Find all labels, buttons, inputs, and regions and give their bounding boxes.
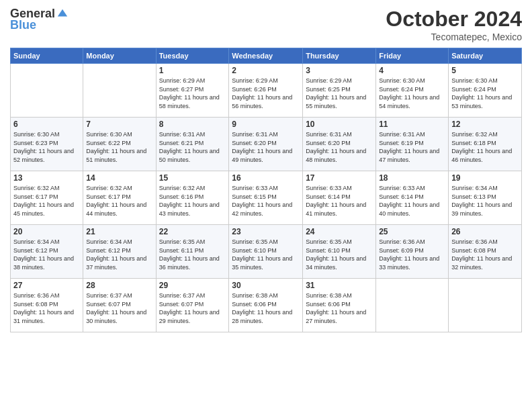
calendar-cell: 29Sunrise: 6:37 AM Sunset: 6:07 PM Dayli… — [156, 279, 229, 332]
day-info: Sunrise: 6:31 AM Sunset: 6:21 PM Dayligh… — [159, 130, 226, 164]
calendar-week-row: 27Sunrise: 6:36 AM Sunset: 6:08 PM Dayli… — [11, 279, 522, 332]
calendar-cell: 14Sunrise: 6:32 AM Sunset: 6:17 PM Dayli… — [83, 171, 156, 225]
calendar-cell: 11Sunrise: 6:31 AM Sunset: 6:19 PM Dayli… — [376, 118, 449, 171]
day-number: 6 — [13, 120, 80, 129]
day-number: 9 — [232, 120, 300, 129]
day-info: Sunrise: 6:34 AM Sunset: 6:12 PM Dayligh… — [13, 238, 80, 271]
day-info: Sunrise: 6:30 AM Sunset: 6:23 PM Dayligh… — [13, 130, 80, 164]
calendar-cell: 21Sunrise: 6:34 AM Sunset: 6:12 PM Dayli… — [83, 225, 156, 279]
day-number: 7 — [86, 120, 152, 129]
day-info: Sunrise: 6:31 AM Sunset: 6:20 PM Dayligh… — [306, 130, 373, 164]
calendar-cell: 25Sunrise: 6:36 AM Sunset: 6:09 PM Dayli… — [376, 225, 449, 279]
day-info: Sunrise: 6:29 AM Sunset: 6:26 PM Dayligh… — [232, 77, 300, 110]
day-number: 23 — [232, 227, 300, 236]
day-info: Sunrise: 6:34 AM Sunset: 6:12 PM Dayligh… — [86, 238, 152, 271]
weekday-header-friday: Friday — [376, 48, 449, 64]
day-info: Sunrise: 6:35 AM Sunset: 6:10 PM Dayligh… — [306, 238, 373, 271]
weekday-header-monday: Monday — [83, 48, 156, 64]
day-number: 25 — [379, 227, 445, 236]
calendar-cell — [449, 279, 522, 332]
header: General Blue October 2024 Tecomatepec, M… — [10, 7, 522, 42]
calendar-cell: 24Sunrise: 6:35 AM Sunset: 6:10 PM Dayli… — [303, 225, 376, 279]
day-number: 27 — [13, 281, 80, 290]
day-number: 29 — [159, 281, 226, 290]
day-number: 17 — [306, 173, 373, 183]
calendar-cell: 27Sunrise: 6:36 AM Sunset: 6:08 PM Dayli… — [11, 279, 83, 332]
calendar-week-row: 20Sunrise: 6:34 AM Sunset: 6:12 PM Dayli… — [11, 225, 522, 279]
day-number: 11 — [379, 120, 445, 129]
day-number: 3 — [306, 66, 373, 75]
calendar-cell: 12Sunrise: 6:32 AM Sunset: 6:18 PM Dayli… — [449, 118, 522, 171]
calendar-cell: 22Sunrise: 6:35 AM Sunset: 6:11 PM Dayli… — [156, 225, 229, 279]
logo-area: General Blue — [10, 7, 69, 32]
calendar-cell: 8Sunrise: 6:31 AM Sunset: 6:21 PM Daylig… — [156, 118, 229, 171]
day-info: Sunrise: 6:34 AM Sunset: 6:13 PM Dayligh… — [451, 184, 519, 218]
day-number: 28 — [86, 281, 152, 290]
day-info: Sunrise: 6:38 AM Sunset: 6:06 PM Dayligh… — [232, 291, 300, 325]
calendar-cell: 3Sunrise: 6:29 AM Sunset: 6:25 PM Daylig… — [303, 64, 376, 118]
day-number: 1 — [159, 66, 226, 75]
day-info: Sunrise: 6:35 AM Sunset: 6:10 PM Dayligh… — [232, 238, 300, 271]
day-info: Sunrise: 6:31 AM Sunset: 6:20 PM Dayligh… — [232, 130, 300, 164]
day-info: Sunrise: 6:33 AM Sunset: 6:15 PM Dayligh… — [232, 184, 300, 218]
day-info: Sunrise: 6:37 AM Sunset: 6:07 PM Dayligh… — [86, 291, 152, 325]
day-number: 10 — [306, 120, 373, 129]
weekday-header-sunday: Sunday — [11, 48, 83, 64]
weekday-header-wednesday: Wednesday — [229, 48, 303, 64]
calendar-table: SundayMondayTuesdayWednesdayThursdayFrid… — [10, 48, 522, 332]
calendar-cell: 16Sunrise: 6:33 AM Sunset: 6:15 PM Dayli… — [229, 171, 303, 225]
calendar-cell: 30Sunrise: 6:38 AM Sunset: 6:06 PM Dayli… — [229, 279, 303, 332]
calendar-cell: 4Sunrise: 6:30 AM Sunset: 6:24 PM Daylig… — [376, 64, 449, 118]
calendar-cell: 5Sunrise: 6:30 AM Sunset: 6:24 PM Daylig… — [449, 64, 522, 118]
day-info: Sunrise: 6:33 AM Sunset: 6:14 PM Dayligh… — [379, 184, 445, 218]
day-info: Sunrise: 6:30 AM Sunset: 6:24 PM Dayligh… — [379, 77, 445, 110]
day-info: Sunrise: 6:35 AM Sunset: 6:11 PM Dayligh… — [159, 238, 226, 271]
day-info: Sunrise: 6:38 AM Sunset: 6:06 PM Dayligh… — [306, 291, 373, 325]
weekday-header-row: SundayMondayTuesdayWednesdayThursdayFrid… — [11, 48, 522, 64]
calendar-cell — [11, 64, 83, 118]
day-info: Sunrise: 6:36 AM Sunset: 6:08 PM Dayligh… — [13, 291, 80, 325]
calendar-cell — [83, 64, 156, 118]
day-number: 18 — [379, 173, 445, 183]
day-number: 2 — [232, 66, 300, 75]
day-info: Sunrise: 6:32 AM Sunset: 6:17 PM Dayligh… — [86, 184, 152, 218]
day-number: 15 — [159, 173, 226, 183]
calendar-cell: 23Sunrise: 6:35 AM Sunset: 6:10 PM Dayli… — [229, 225, 303, 279]
day-info: Sunrise: 6:29 AM Sunset: 6:27 PM Dayligh… — [159, 77, 226, 110]
calendar-cell: 7Sunrise: 6:30 AM Sunset: 6:22 PM Daylig… — [83, 118, 156, 171]
day-number: 31 — [306, 281, 373, 290]
location-subtitle: Tecomatepec, Mexico — [386, 32, 522, 42]
day-info: Sunrise: 6:32 AM Sunset: 6:18 PM Dayligh… — [451, 130, 519, 164]
day-number: 14 — [86, 173, 152, 183]
day-number: 8 — [159, 120, 226, 129]
day-number: 12 — [451, 120, 519, 129]
day-info: Sunrise: 6:31 AM Sunset: 6:19 PM Dayligh… — [379, 130, 445, 164]
weekday-header-tuesday: Tuesday — [156, 48, 229, 64]
day-info: Sunrise: 6:32 AM Sunset: 6:17 PM Dayligh… — [13, 184, 80, 218]
calendar-cell: 2Sunrise: 6:29 AM Sunset: 6:26 PM Daylig… — [229, 64, 303, 118]
title-area: October 2024 Tecomatepec, Mexico — [386, 7, 522, 42]
svg-marker-0 — [58, 9, 67, 16]
day-number: 4 — [379, 66, 445, 75]
day-info: Sunrise: 6:32 AM Sunset: 6:16 PM Dayligh… — [159, 184, 226, 218]
calendar-cell: 19Sunrise: 6:34 AM Sunset: 6:13 PM Dayli… — [449, 171, 522, 225]
calendar-cell: 31Sunrise: 6:38 AM Sunset: 6:06 PM Dayli… — [303, 279, 376, 332]
day-number: 26 — [451, 227, 519, 236]
weekday-header-saturday: Saturday — [449, 48, 522, 64]
weekday-header-thursday: Thursday — [303, 48, 376, 64]
day-number: 24 — [306, 227, 373, 236]
day-number: 16 — [232, 173, 300, 183]
day-info: Sunrise: 6:29 AM Sunset: 6:25 PM Dayligh… — [306, 77, 373, 110]
day-info: Sunrise: 6:30 AM Sunset: 6:24 PM Dayligh… — [451, 77, 519, 110]
logo-icon — [56, 8, 69, 20]
day-number: 5 — [451, 66, 519, 75]
day-number: 20 — [13, 227, 80, 236]
calendar-cell: 28Sunrise: 6:37 AM Sunset: 6:07 PM Dayli… — [83, 279, 156, 332]
day-info: Sunrise: 6:33 AM Sunset: 6:14 PM Dayligh… — [306, 184, 373, 218]
page: General Blue October 2024 Tecomatepec, M… — [0, 0, 532, 411]
calendar-week-row: 6Sunrise: 6:30 AM Sunset: 6:23 PM Daylig… — [11, 118, 522, 171]
calendar-cell: 20Sunrise: 6:34 AM Sunset: 6:12 PM Dayli… — [11, 225, 83, 279]
day-number: 13 — [13, 173, 80, 183]
calendar-cell: 26Sunrise: 6:36 AM Sunset: 6:08 PM Dayli… — [449, 225, 522, 279]
calendar-cell: 6Sunrise: 6:30 AM Sunset: 6:23 PM Daylig… — [11, 118, 83, 171]
